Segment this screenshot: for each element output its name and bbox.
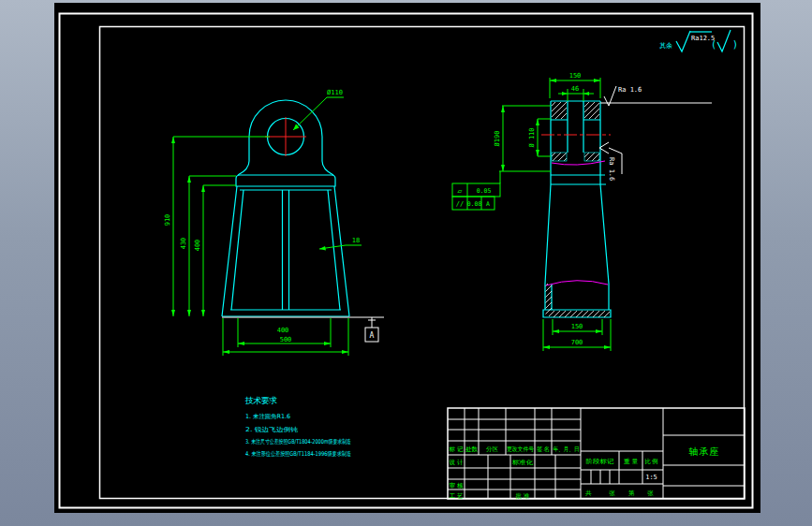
weight-label: 重量 <box>624 458 639 465</box>
drawing-canvas: 其余 Ra12.5 ( ) A <box>0 0 812 526</box>
dim-outer-width: 500 <box>280 336 292 343</box>
header-zone: 分区 <box>486 446 499 453</box>
dim-inner-height: 400 <box>194 240 201 252</box>
part-name: 轴承座 <box>688 446 719 457</box>
section-hatch <box>552 153 567 161</box>
paren-open: ( <box>711 39 716 50</box>
section-hatch <box>584 153 599 161</box>
flatness-value: 0.05 <box>477 187 492 195</box>
roughness-bore-value: Ra 1.6 <box>608 157 615 181</box>
header-change-doc: 更改文件号 <box>507 446 534 453</box>
approve-label: 批准 <box>516 492 531 500</box>
tech-req-item: 1. 未注圆角R1.6 <box>245 413 290 420</box>
section-hatch <box>552 311 610 317</box>
roughness-top-value: Ra 1.6 <box>618 86 642 94</box>
page-unit-label: 张 <box>647 489 654 497</box>
dim-base-inner: 150 <box>571 323 583 330</box>
section-hatch <box>584 102 599 119</box>
rest-label: 其余 <box>659 42 672 50</box>
tech-req-item: 2. 锐边飞边倒钝 <box>245 426 299 433</box>
cad-application-window: 其余 Ra12.5 ( ) A <box>0 0 812 526</box>
dim-overall-height: 910 <box>164 214 171 226</box>
sheet-unit-label: 张 <box>609 489 615 497</box>
tech-req-title: 技术要求 <box>244 396 277 405</box>
dim-bore-diameter: Ø 110 <box>528 127 536 147</box>
dim-slot-width: 46 <box>571 85 579 93</box>
design-label: 设计 <box>450 459 465 466</box>
standardization-label: 标准化 <box>511 459 534 466</box>
model-space <box>54 3 760 513</box>
paren-close: ) <box>732 39 738 50</box>
parallelism-value: 0.08 <box>467 200 482 208</box>
dim-base-width: 700 <box>571 339 583 346</box>
dim-hole-diameter: Ø110 <box>327 89 343 96</box>
dim-top-width: 150 <box>569 72 582 80</box>
page-label: 第 <box>628 489 635 497</box>
stage-mark-label: 阶段标记 <box>586 458 615 465</box>
parallelism-symbol-icon: // <box>456 200 464 208</box>
tech-req-item: 4. 未注形位公差按照GB/T1184-1996级要求制造 <box>245 450 351 458</box>
tech-req-item: 3. 未注尺寸公差按照GB/T1804-2000m级要求制造 <box>245 438 351 446</box>
flatness-symbol-icon: ▱ <box>458 187 463 196</box>
process-label: 工艺 <box>450 492 465 500</box>
review-label: 审核 <box>450 482 465 489</box>
header-date: 年、月、日 <box>554 446 580 453</box>
sheet-total-label: 共 <box>585 489 592 497</box>
dim-wall-thickness: 18 <box>352 237 360 244</box>
parallelism-datum: A <box>486 200 490 208</box>
datum-letter: A <box>370 331 375 340</box>
dim-body-height: 430 <box>180 238 187 250</box>
title-block-header: 标记 处数 分区 更改文件号 签名 年、月、日 <box>449 446 580 453</box>
scale-value: 1:5 <box>645 474 657 481</box>
section-hatch <box>546 284 553 316</box>
header-signature: 签名 <box>537 446 550 453</box>
dim-inner-width: 400 <box>277 327 289 334</box>
header-count: 处数 <box>465 446 479 453</box>
scale-label: 比例 <box>645 458 658 465</box>
dim-flange-diameter: Ø190 <box>494 131 501 147</box>
section-hatch <box>552 102 567 119</box>
